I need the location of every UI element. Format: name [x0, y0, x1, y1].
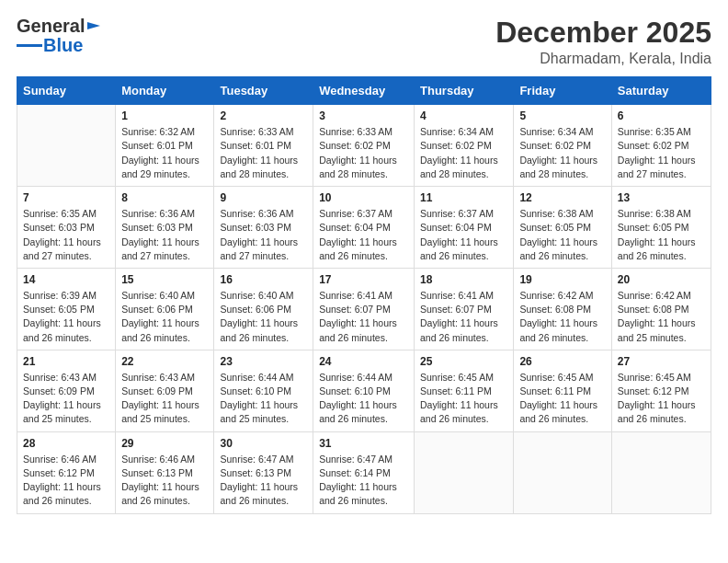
day-info: Sunrise: 6:34 AMSunset: 6:02 PMDaylight:… [420, 125, 507, 181]
calendar-day-cell: 17Sunrise: 6:41 AMSunset: 6:07 PMDayligh… [313, 268, 415, 350]
day-info: Sunrise: 6:47 AMSunset: 6:14 PMDaylight:… [319, 453, 408, 509]
day-number: 24 [319, 355, 408, 368]
day-number: 12 [519, 191, 605, 204]
day-number: 16 [220, 273, 307, 286]
day-number: 19 [519, 273, 605, 286]
calendar-day-cell [514, 431, 611, 513]
day-number: 23 [220, 355, 307, 368]
title-block: December 2025 Dharmadam, Kerala, India [495, 17, 711, 67]
day-info: Sunrise: 6:42 AMSunset: 6:08 PMDaylight:… [519, 289, 605, 345]
day-info: Sunrise: 6:38 AMSunset: 6:05 PMDaylight:… [519, 207, 605, 263]
logo-flag-icon [85, 20, 102, 35]
day-number: 3 [319, 109, 408, 122]
day-number: 15 [121, 273, 208, 286]
calendar-day-cell: 5Sunrise: 6:34 AMSunset: 6:02 PMDaylight… [514, 105, 611, 187]
page-subtitle: Dharmadam, Kerala, India [495, 51, 711, 67]
calendar-day-cell: 29Sunrise: 6:46 AMSunset: 6:13 PMDayligh… [116, 431, 214, 513]
calendar-table: Sunday Monday Tuesday Wednesday Thursday… [17, 76, 711, 513]
day-number: 31 [319, 437, 408, 450]
day-info: Sunrise: 6:41 AMSunset: 6:07 PMDaylight:… [319, 289, 408, 345]
day-number: 8 [121, 191, 208, 204]
day-info: Sunrise: 6:46 AMSunset: 6:13 PMDaylight:… [121, 453, 208, 509]
calendar-day-cell: 10Sunrise: 6:37 AMSunset: 6:04 PMDayligh… [313, 187, 415, 269]
day-info: Sunrise: 6:41 AMSunset: 6:07 PMDaylight:… [420, 289, 507, 345]
day-number: 30 [220, 437, 307, 450]
day-number: 21 [23, 355, 109, 368]
calendar-week-row: 7Sunrise: 6:35 AMSunset: 6:03 PMDaylight… [17, 187, 711, 269]
calendar-day-cell: 21Sunrise: 6:43 AMSunset: 6:09 PMDayligh… [17, 350, 116, 431]
day-number: 2 [220, 109, 307, 122]
day-info: Sunrise: 6:46 AMSunset: 6:12 PMDaylight:… [23, 453, 109, 509]
calendar-day-cell: 31Sunrise: 6:47 AMSunset: 6:14 PMDayligh… [313, 431, 415, 513]
day-number: 4 [420, 109, 507, 122]
day-number: 7 [23, 191, 109, 204]
calendar-day-cell [415, 431, 514, 513]
day-info: Sunrise: 6:47 AMSunset: 6:13 PMDaylight:… [220, 453, 307, 509]
logo-blue-text: Blue [43, 35, 83, 56]
page: General Blue December 2025 Dharmadam, Ke… [0, 0, 728, 563]
col-sunday: Sunday [17, 77, 116, 105]
day-number: 25 [420, 355, 507, 368]
logo-general-text: General [17, 17, 85, 35]
day-number: 5 [519, 109, 605, 122]
day-info: Sunrise: 6:35 AMSunset: 6:03 PMDaylight:… [23, 207, 109, 263]
day-info: Sunrise: 6:34 AMSunset: 6:02 PMDaylight:… [519, 125, 605, 181]
day-number: 17 [319, 273, 408, 286]
calendar-week-row: 1Sunrise: 6:32 AMSunset: 6:01 PMDaylight… [17, 105, 711, 187]
calendar-day-cell: 27Sunrise: 6:45 AMSunset: 6:12 PMDayligh… [611, 350, 711, 431]
day-info: Sunrise: 6:32 AMSunset: 6:01 PMDaylight:… [121, 125, 208, 181]
day-number: 10 [319, 191, 408, 204]
day-info: Sunrise: 6:45 AMSunset: 6:11 PMDaylight:… [420, 371, 507, 427]
page-title: December 2025 [495, 17, 711, 49]
day-info: Sunrise: 6:43 AMSunset: 6:09 PMDaylight:… [121, 371, 208, 427]
calendar-day-cell: 24Sunrise: 6:44 AMSunset: 6:10 PMDayligh… [313, 350, 415, 431]
day-number: 29 [121, 437, 208, 450]
day-number: 28 [23, 437, 109, 450]
day-info: Sunrise: 6:37 AMSunset: 6:04 PMDaylight:… [319, 207, 408, 263]
calendar-day-cell: 20Sunrise: 6:42 AMSunset: 6:08 PMDayligh… [611, 268, 711, 350]
day-info: Sunrise: 6:39 AMSunset: 6:05 PMDaylight:… [23, 289, 109, 345]
calendar-day-cell: 12Sunrise: 6:38 AMSunset: 6:05 PMDayligh… [514, 187, 611, 269]
day-info: Sunrise: 6:33 AMSunset: 6:02 PMDaylight:… [319, 125, 408, 181]
day-info: Sunrise: 6:40 AMSunset: 6:06 PMDaylight:… [121, 289, 208, 345]
day-info: Sunrise: 6:45 AMSunset: 6:11 PMDaylight:… [519, 371, 605, 427]
calendar-day-cell: 15Sunrise: 6:40 AMSunset: 6:06 PMDayligh… [116, 268, 214, 350]
calendar-day-cell: 18Sunrise: 6:41 AMSunset: 6:07 PMDayligh… [415, 268, 514, 350]
calendar-day-cell: 22Sunrise: 6:43 AMSunset: 6:09 PMDayligh… [116, 350, 214, 431]
calendar-day-cell: 11Sunrise: 6:37 AMSunset: 6:04 PMDayligh… [415, 187, 514, 269]
day-number: 9 [220, 191, 307, 204]
col-friday: Friday [514, 77, 611, 105]
day-info: Sunrise: 6:36 AMSunset: 6:03 PMDaylight:… [121, 207, 208, 263]
calendar-day-cell: 1Sunrise: 6:32 AMSunset: 6:01 PMDaylight… [116, 105, 214, 187]
calendar-day-cell: 4Sunrise: 6:34 AMSunset: 6:02 PMDaylight… [415, 105, 514, 187]
day-number: 20 [618, 273, 705, 286]
calendar-day-cell: 28Sunrise: 6:46 AMSunset: 6:12 PMDayligh… [17, 431, 116, 513]
calendar-day-cell: 30Sunrise: 6:47 AMSunset: 6:13 PMDayligh… [214, 431, 313, 513]
col-monday: Monday [116, 77, 214, 105]
day-info: Sunrise: 6:40 AMSunset: 6:06 PMDaylight:… [220, 289, 307, 345]
calendar-day-cell: 7Sunrise: 6:35 AMSunset: 6:03 PMDaylight… [17, 187, 116, 269]
calendar-day-cell [611, 431, 711, 513]
calendar-day-cell: 2Sunrise: 6:33 AMSunset: 6:01 PMDaylight… [214, 105, 313, 187]
calendar-day-cell: 8Sunrise: 6:36 AMSunset: 6:03 PMDaylight… [116, 187, 214, 269]
day-number: 22 [121, 355, 208, 368]
day-info: Sunrise: 6:43 AMSunset: 6:09 PMDaylight:… [23, 371, 109, 427]
day-info: Sunrise: 6:33 AMSunset: 6:01 PMDaylight:… [220, 125, 307, 181]
calendar-day-cell [17, 105, 116, 187]
calendar-day-cell: 23Sunrise: 6:44 AMSunset: 6:10 PMDayligh… [214, 350, 313, 431]
day-number: 1 [121, 109, 208, 122]
col-saturday: Saturday [611, 77, 711, 105]
calendar-day-cell: 9Sunrise: 6:36 AMSunset: 6:03 PMDaylight… [214, 187, 313, 269]
calendar-day-cell: 14Sunrise: 6:39 AMSunset: 6:05 PMDayligh… [17, 268, 116, 350]
day-number: 27 [618, 355, 705, 368]
calendar-day-cell: 6Sunrise: 6:35 AMSunset: 6:02 PMDaylight… [611, 105, 711, 187]
day-info: Sunrise: 6:42 AMSunset: 6:08 PMDaylight:… [618, 289, 705, 345]
logo: General Blue [17, 17, 103, 56]
calendar-header-row: Sunday Monday Tuesday Wednesday Thursday… [17, 77, 711, 105]
day-info: Sunrise: 6:44 AMSunset: 6:10 PMDaylight:… [220, 371, 307, 427]
day-number: 6 [618, 109, 705, 122]
calendar-day-cell: 26Sunrise: 6:45 AMSunset: 6:11 PMDayligh… [514, 350, 611, 431]
day-info: Sunrise: 6:44 AMSunset: 6:10 PMDaylight:… [319, 371, 408, 427]
svg-marker-0 [87, 22, 100, 29]
calendar-day-cell: 3Sunrise: 6:33 AMSunset: 6:02 PMDaylight… [313, 105, 415, 187]
